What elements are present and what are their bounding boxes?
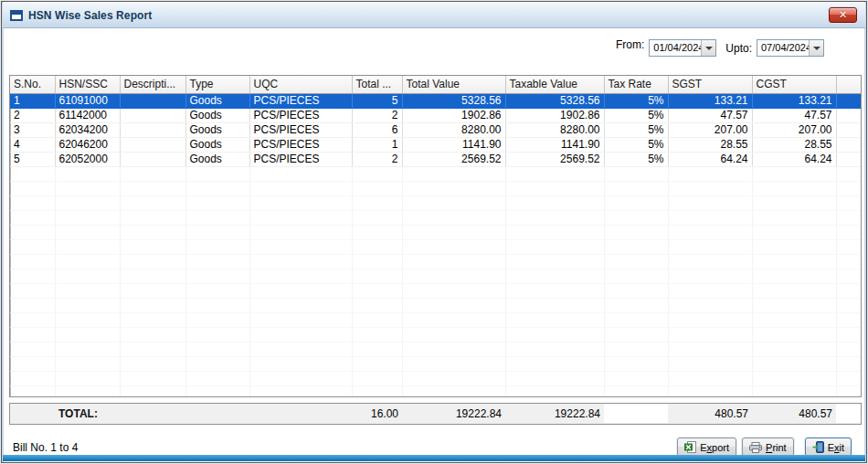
column-header[interactable]: UQC <box>249 76 352 93</box>
empty-row <box>10 283 861 298</box>
empty-cell <box>55 283 120 298</box>
empty-row <box>10 239 861 254</box>
table-cell: 3 <box>10 122 55 137</box>
empty-cell <box>402 166 505 181</box>
empty-cell <box>185 181 249 195</box>
empty-row <box>10 327 861 342</box>
empty-cell <box>10 298 55 312</box>
empty-cell <box>55 298 120 312</box>
empty-cell <box>668 298 752 312</box>
empty-cell <box>120 181 185 195</box>
column-header[interactable]: Total Value <box>402 76 505 93</box>
empty-cell <box>752 298 836 312</box>
empty-row <box>10 166 861 181</box>
empty-cell <box>185 210 249 225</box>
table-cell: 1141.90 <box>402 137 505 152</box>
table-row[interactable]: 161091000GoodsPCS/PIECES55328.565328.565… <box>10 93 861 108</box>
table-cell: 61142000 <box>55 108 120 122</box>
table-cell: 47.57 <box>752 108 836 122</box>
empty-cell <box>55 239 120 254</box>
empty-cell <box>120 327 185 342</box>
empty-cell <box>402 254 505 269</box>
empty-cell <box>505 298 604 312</box>
empty-cell <box>352 195 402 210</box>
exit-button[interactable]: Exit <box>805 438 852 457</box>
table-cell: 2569.52 <box>505 152 604 166</box>
from-label: From: <box>616 38 644 51</box>
column-header[interactable]: HSN/SSC <box>55 76 120 93</box>
table-row[interactable]: 362034200GoodsPCS/PIECES68280.008280.005… <box>10 122 861 137</box>
empty-cell <box>505 385 604 397</box>
export-button[interactable]: Export <box>677 438 736 457</box>
empty-cell <box>352 166 402 181</box>
empty-cell <box>10 385 55 397</box>
total-row-table: TOTAL:16.0019222.8419222.84480.57480.57 <box>10 404 861 423</box>
print-button-label: Print <box>766 442 787 453</box>
empty-cell <box>55 385 120 397</box>
empty-cell <box>668 166 752 181</box>
column-header[interactable]: SGST <box>668 76 752 93</box>
empty-cell <box>668 385 752 397</box>
column-header[interactable]: S.No. <box>10 76 55 93</box>
table-cell: 8280.00 <box>505 122 604 137</box>
empty-cell <box>120 166 185 181</box>
table-cell: Goods <box>185 122 249 137</box>
empty-cell <box>604 327 668 342</box>
column-header[interactable]: CGST <box>752 76 836 93</box>
empty-cell <box>185 239 249 254</box>
export-button-label: Export <box>700 442 729 453</box>
empty-cell <box>10 342 55 356</box>
empty-row <box>10 298 861 312</box>
upto-date-combobox[interactable]: 07/04/2024 <box>757 39 824 57</box>
empty-cell <box>249 195 352 210</box>
empty-cell <box>836 356 861 371</box>
form-icon <box>10 10 23 21</box>
total-cell: 16.00 <box>352 404 402 423</box>
empty-cell <box>604 356 668 371</box>
column-header[interactable] <box>836 76 861 93</box>
empty-cell <box>10 210 55 225</box>
empty-cell <box>55 342 120 356</box>
close-button[interactable]: ✕ <box>829 7 857 23</box>
table-cell <box>836 122 861 137</box>
table-row[interactable]: 261142000GoodsPCS/PIECES21902.861902.865… <box>10 108 861 122</box>
empty-cell <box>604 195 668 210</box>
empty-cell <box>604 312 668 327</box>
table-cell: 1141.90 <box>505 137 604 152</box>
empty-cell <box>185 166 249 181</box>
from-date-dropdown-button[interactable] <box>701 40 715 56</box>
total-cell <box>836 404 861 423</box>
column-header[interactable]: Total ... <box>352 76 402 93</box>
empty-cell <box>10 327 55 342</box>
empty-cell <box>752 181 836 195</box>
empty-cell <box>836 385 861 397</box>
button-bar: Export Print Exit <box>672 438 852 457</box>
table-row[interactable]: 562052000GoodsPCS/PIECES22569.522569.525… <box>10 152 861 166</box>
column-header[interactable]: Descripti... <box>120 76 185 93</box>
report-window: HSN Wise Sales Report ✕ From: 01/04/2024… <box>1 1 867 463</box>
empty-cell <box>668 356 752 371</box>
table-cell: 5% <box>604 122 668 137</box>
empty-cell <box>836 166 861 181</box>
empty-cell <box>10 283 55 298</box>
print-button[interactable]: Print <box>742 438 794 457</box>
column-header[interactable]: Taxable Value <box>505 76 604 93</box>
table-cell <box>120 93 185 108</box>
column-header[interactable]: Tax Rate <box>604 76 668 93</box>
empty-cell <box>668 225 752 239</box>
from-date-combobox[interactable]: 01/04/2024 <box>649 39 716 57</box>
empty-cell <box>120 312 185 327</box>
empty-cell <box>752 385 836 397</box>
empty-cell <box>402 283 505 298</box>
empty-cell <box>55 195 120 210</box>
empty-cell <box>352 254 402 269</box>
table-row[interactable]: 462046200GoodsPCS/PIECES11141.901141.905… <box>10 137 861 152</box>
empty-cell <box>604 283 668 298</box>
empty-cell <box>10 195 55 210</box>
upto-date-dropdown-button[interactable] <box>809 40 823 56</box>
column-header[interactable]: Type <box>185 76 249 93</box>
empty-cell <box>352 181 402 195</box>
empty-row <box>10 225 861 239</box>
table-cell: PCS/PIECES <box>249 137 352 152</box>
empty-cell <box>505 312 604 327</box>
